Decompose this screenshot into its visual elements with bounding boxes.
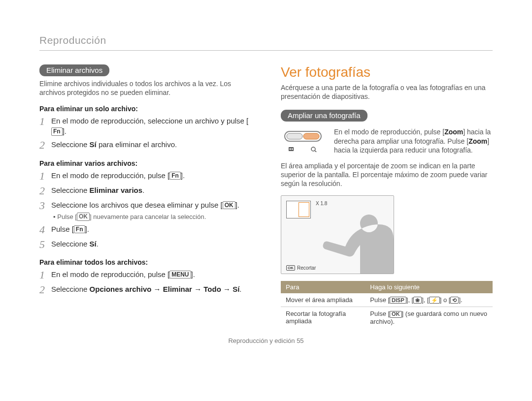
- step-text: Seleccione Sí para eliminar el archivo.: [51, 139, 177, 150]
- svg-rect-4: [290, 148, 291, 150]
- table-header: Haga lo siguiente: [365, 281, 493, 293]
- timer-button-icon: ⟲: [450, 297, 459, 304]
- step-number: 3: [39, 200, 47, 212]
- heading-view-photos: Ver fotografías: [281, 64, 493, 80]
- divider: [39, 50, 493, 51]
- preview-thumbnail: [286, 201, 311, 218]
- delete-intro: Elimine archivos individuales o todos lo…: [39, 79, 251, 97]
- step-number: 2: [39, 139, 47, 151]
- ok-button-icon: OK: [286, 265, 295, 271]
- svg-rect-5: [292, 148, 293, 150]
- step-text: En el modo de reproducción, seleccione u…: [51, 116, 251, 136]
- screen-preview: X 1.8 OK Recortar: [281, 195, 394, 274]
- svg-rect-1: [287, 133, 302, 139]
- zoom-area-note: El área ampliada y el porcentaje de zoom…: [281, 161, 493, 188]
- right-column: Ver fotografías Acérquese a una parte de…: [281, 64, 493, 328]
- label-delete-one: Para eliminar un solo archivo:: [39, 105, 251, 113]
- label-delete-many: Para eliminar varios archivos:: [39, 159, 251, 167]
- two-column-layout: Eliminar archivos Elimine archivos indiv…: [39, 64, 493, 328]
- zoom-lever-icon: [281, 127, 325, 152]
- table-cell: Pulse [DISP], [❀], [⚡] o [⟲].: [365, 293, 493, 307]
- step-number: 2: [39, 185, 47, 197]
- step-number: 2: [39, 284, 47, 296]
- ok-button-icon: OK: [77, 213, 90, 220]
- step-text: En el modo de reproducción, pulse [MENU]…: [51, 269, 195, 279]
- steps-delete-all: 1 En el modo de reproducción, pulse [MEN…: [39, 269, 251, 296]
- steps-delete-one: 1 En el modo de reproducción, seleccione…: [39, 116, 251, 151]
- actions-table: Para Haga lo siguiente Mover el área amp…: [281, 281, 493, 328]
- ok-button-icon: OK: [390, 311, 402, 318]
- step-number: 1: [39, 269, 47, 281]
- flash-button-icon: ⚡: [429, 297, 440, 304]
- view-intro: Acérquese a una parte de la fotografía o…: [281, 83, 493, 101]
- page-footer: Reproducción y edición 55: [39, 337, 493, 344]
- table-cell: Pulse [OK] (se guardará como un nuevo ar…: [365, 307, 493, 328]
- step-number: 1: [39, 116, 47, 127]
- table-row: Recortar la fotografía ampliada Pulse [O…: [281, 307, 493, 328]
- disp-button-icon: DISP: [390, 297, 406, 304]
- left-column: Eliminar archivos Elimine archivos indiv…: [39, 64, 251, 328]
- step-sub-bullet: Pulse [OK] nuevamente para cancelar la s…: [53, 213, 251, 220]
- label-delete-all: Para eliminar todos los archivos:: [39, 258, 251, 266]
- step-number: 1: [39, 170, 47, 182]
- table-row: Mover el área ampliada Pulse [DISP], [❀]…: [281, 293, 493, 307]
- section-pill-zoom: Ampliar una fotografía: [281, 110, 367, 122]
- steps-delete-many: 1 En el modo de reproducción, pulse [Fn]…: [39, 170, 251, 212]
- fn-button-icon: Fn: [51, 127, 63, 135]
- breadcrumb: Reproducción: [39, 34, 493, 46]
- step-number: 4: [39, 224, 47, 236]
- manual-page: Reproducción Eliminar archivos Elimine a…: [0, 0, 532, 401]
- table-header: Para: [281, 281, 365, 293]
- step-text: Seleccione Sí.: [51, 239, 99, 249]
- steps-delete-many-cont: 4 Pulse [Fn]. 5 Seleccione Sí.: [39, 224, 251, 250]
- preview-viewport-box: [299, 202, 309, 217]
- table-cell: Recortar la fotografía ampliada: [281, 307, 365, 328]
- svg-point-6: [311, 147, 315, 151]
- step-text: Seleccione Eliminar varios.: [51, 185, 144, 195]
- step-text: Seleccione Opciones archivo → Eliminar →…: [51, 284, 242, 294]
- svg-rect-3: [289, 147, 294, 151]
- fn-button-icon: Fn: [169, 172, 181, 180]
- table-cell: Mover el área ampliada: [281, 293, 365, 307]
- svg-line-7: [315, 151, 317, 152]
- step-text: En el modo de reproducción, pulse [Fn].: [51, 170, 185, 181]
- svg-rect-2: [303, 133, 319, 139]
- silhouette-icon: [315, 200, 394, 274]
- section-pill-delete: Eliminar archivos: [39, 64, 109, 76]
- step-number: 5: [39, 239, 47, 250]
- step-text: Pulse [Fn].: [51, 224, 89, 234]
- menu-button-icon: MENU: [169, 271, 191, 278]
- zoom-row: En el modo de reproducción, pulse [Zoom]…: [281, 127, 493, 154]
- ok-button-icon: OK: [223, 201, 235, 209]
- preview-cut-label: OK Recortar: [286, 265, 316, 271]
- macro-button-icon: ❀: [413, 297, 422, 304]
- fn-button-icon: Fn: [74, 225, 85, 233]
- step-text: Seleccione los archivos que desea elimin…: [51, 200, 239, 210]
- zoom-instructions: En el modo de reproducción, pulse [Zoom]…: [334, 127, 493, 154]
